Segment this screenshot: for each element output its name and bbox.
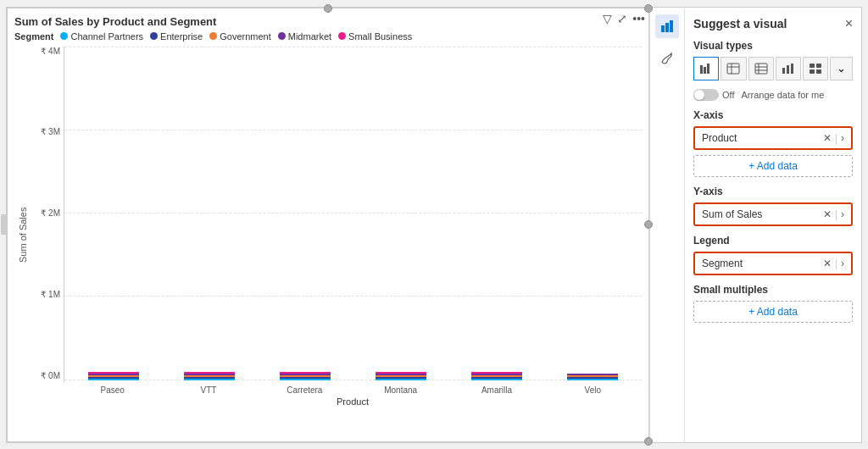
x-axis-add-data-button[interactable]: + Add data	[693, 155, 853, 177]
stacked-bar[interactable]	[280, 372, 331, 380]
paint-brush-icon[interactable]	[655, 47, 679, 70]
svg-rect-15	[791, 64, 793, 74]
bar-segment-channel-partners[interactable]	[567, 379, 618, 380]
grid-lines	[64, 47, 642, 380]
svg-rect-19	[816, 69, 821, 74]
legend-item-label: Enterprise	[160, 31, 203, 42]
visual-type-grid[interactable]	[803, 57, 828, 80]
suggest-visual-icon[interactable]	[655, 14, 679, 38]
x-axis-product-label: VTT	[168, 385, 248, 395]
resize-handle-right-top[interactable]	[644, 4, 653, 13]
more-icon[interactable]: •••	[632, 12, 645, 25]
visual-type-column[interactable]	[776, 57, 801, 80]
bar-segment-channel-partners[interactable]	[88, 379, 139, 380]
svg-rect-5	[707, 64, 709, 74]
legend-item-label: Channel Partners	[70, 31, 143, 42]
bar-group	[457, 372, 537, 380]
y-tick: ₹ 0M	[31, 371, 60, 380]
x-axis-actions: ✕ | ›	[823, 132, 844, 144]
chart-legend: Segment Channel PartnersEnterpriseGovern…	[14, 31, 642, 42]
legend-dot	[150, 32, 158, 40]
resize-handle-top[interactable]	[324, 4, 332, 13]
legend-item: Government	[209, 31, 271, 42]
stacked-bar[interactable]	[376, 372, 426, 380]
resize-handle-right-bottom[interactable]	[644, 437, 653, 446]
arrange-row: Off Arrange data for me	[693, 89, 853, 101]
side-handle[interactable]	[1, 214, 8, 235]
stacked-bar[interactable]	[88, 372, 139, 380]
arrange-label: Arrange data for me	[741, 90, 824, 100]
grid-line	[64, 213, 642, 213]
y-tick: ₹ 3M	[31, 127, 60, 136]
chart-inner: ₹ 0M₹ 1M₹ 2M₹ 3M₹ 4M PaseoVTTCarreteraMo…	[31, 47, 642, 407]
close-button[interactable]: ×	[845, 16, 853, 31]
legend-clear-icon[interactable]: ✕	[823, 258, 832, 269]
visual-type-table[interactable]	[721, 57, 746, 80]
x-axis-product-label: Amarilla	[456, 385, 537, 395]
svg-rect-14	[787, 65, 789, 74]
bar-segment-channel-partners[interactable]	[471, 379, 522, 380]
panel-title: Suggest a visual	[693, 17, 787, 30]
bar-group	[361, 372, 442, 380]
y-tick: ₹ 2M	[31, 208, 60, 218]
svg-rect-13	[782, 68, 785, 74]
y-axis-actions: ✕ | ›	[823, 208, 844, 220]
visual-types-row: ⌄	[693, 57, 853, 80]
stacked-bar[interactable]	[567, 374, 618, 380]
legend-item: Enterprise	[150, 31, 203, 42]
svg-rect-3	[700, 65, 703, 74]
svg-rect-2	[670, 20, 673, 32]
legend-actions: ✕ | ›	[823, 258, 844, 269]
svg-rect-4	[704, 67, 706, 74]
x-axis-field-value: Product	[702, 132, 737, 144]
legend-dot	[209, 32, 217, 40]
filter-icon[interactable]: ▽	[603, 12, 612, 25]
small-multiples-section-title: Small multiples	[693, 284, 853, 296]
legend-item-label: Small Business	[348, 31, 412, 42]
legend-label: Segment	[14, 31, 53, 42]
arrange-toggle[interactable]: Off	[693, 89, 734, 101]
y-axis-expand-icon[interactable]: ›	[841, 208, 844, 220]
chart-toolbar: ▽ ⤢ •••	[603, 12, 645, 25]
svg-rect-9	[755, 64, 767, 74]
x-axis-expand-icon[interactable]: ›	[841, 132, 844, 144]
bar-segment-channel-partners[interactable]	[280, 379, 331, 380]
svg-rect-1	[665, 23, 669, 32]
svg-rect-17	[816, 64, 821, 68]
legend-expand-icon[interactable]: ›	[841, 258, 844, 269]
bar-segment-channel-partners[interactable]	[376, 379, 426, 380]
x-axis-clear-icon[interactable]: ✕	[823, 132, 832, 144]
y-axis-clear-icon[interactable]: ✕	[823, 208, 832, 220]
visual-type-matrix[interactable]	[748, 57, 774, 80]
legend-item: Midmarket	[278, 31, 331, 42]
chart-panel: ▽ ⤢ ••• Sum of Sales by Product and Segm…	[7, 8, 649, 442]
x-axis-product-label: Carretera	[264, 385, 345, 395]
x-axis-product-label: Paseo	[72, 385, 153, 395]
x-axis-field-box: Product ✕ | ›	[693, 126, 853, 150]
panel-content: Suggest a visual × Visual types	[685, 8, 861, 442]
stacked-bar[interactable]	[184, 372, 235, 380]
y-tick: ₹ 4M	[31, 47, 60, 56]
bar-group	[169, 372, 249, 380]
bars-container	[64, 47, 642, 382]
chart-area: Sum of Sales ₹ 0M₹ 1M₹ 2M₹ 3M₹ 4M PaseoV…	[14, 47, 642, 407]
x-axis-product-label: Montana	[360, 385, 441, 395]
toggle-state-label: Off	[722, 90, 734, 100]
bar-segment-channel-partners[interactable]	[184, 379, 235, 380]
legend-field-value: Segment	[702, 258, 743, 269]
right-panel-outer: Suggest a visual × Visual types	[649, 8, 861, 442]
legend-field-box: Segment ✕ | ›	[693, 252, 853, 275]
y-ticks: ₹ 0M₹ 1M₹ 2M₹ 3M₹ 4M	[31, 47, 64, 382]
grid-line	[64, 130, 642, 130]
y-axis-section-title: Y-axis	[693, 186, 853, 197]
bar-group	[264, 372, 345, 380]
expand-icon[interactable]: ⤢	[617, 12, 627, 25]
small-multiples-add-data-button[interactable]: + Add data	[693, 301, 853, 323]
resize-handle-right-middle[interactable]	[644, 220, 653, 229]
visual-types-more-button[interactable]: ⌄	[830, 57, 853, 80]
stacked-bar[interactable]	[471, 372, 522, 380]
panel-icon-bar	[650, 8, 685, 442]
visual-types-label: Visual types	[693, 40, 853, 52]
visual-type-clustered-bar[interactable]	[693, 57, 719, 80]
svg-rect-0	[661, 25, 665, 32]
